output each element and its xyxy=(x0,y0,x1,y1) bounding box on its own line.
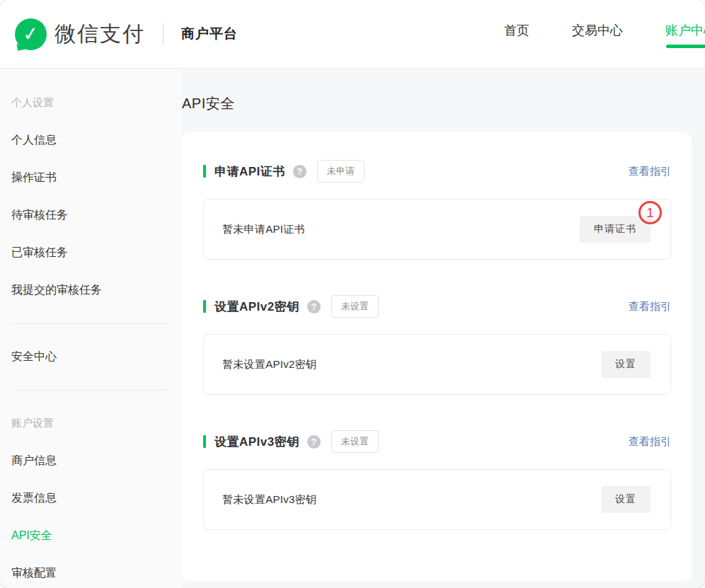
wechat-pay-logo-icon: ✓ xyxy=(15,18,47,50)
active-nav-underline xyxy=(666,45,705,48)
page-body: 个人设置 个人信息 操作证书 待审核任务 已审核任务 我提交的审核任务 安全中心… xyxy=(0,69,705,588)
help-icon[interactable]: ? xyxy=(307,300,321,313)
section-apiv3-key: 设置APIv3密钥 ? 未设置 查看指引 暂未设置APIv3密钥 设置 xyxy=(203,433,671,530)
sidebar-group-personal-settings: 个人设置 xyxy=(11,84,182,122)
view-guide-link[interactable]: 查看指引 xyxy=(629,300,671,313)
sidebar-item-review-config[interactable]: 审核配置 xyxy=(11,555,182,588)
action-wrap: 设置 xyxy=(601,351,650,378)
section-apiv2-key: 设置APIv2密钥 ? 未设置 查看指引 暂未设置APIv2密钥 设置 xyxy=(203,298,671,395)
empty-state-text: 暂未设置APIv2密钥 xyxy=(222,358,316,371)
nav-item-transaction-center[interactable]: 交易中心 xyxy=(572,22,623,39)
brand-name: 微信支付 xyxy=(55,20,145,49)
sidebar-item-security-center[interactable]: 安全中心 xyxy=(11,338,182,376)
section-title: 申请API证书 xyxy=(214,163,285,180)
apiv3-empty-card: 暂未设置APIv3密钥 设置 xyxy=(203,469,671,530)
view-guide-link[interactable]: 查看指引 xyxy=(629,435,671,449)
set-apiv2-key-button[interactable]: 设置 xyxy=(601,351,650,378)
status-badge: 未设置 xyxy=(331,295,379,318)
nav-item-account-center-label: 账户中心 xyxy=(665,23,705,38)
sidebar-item-operation-certificate[interactable]: 操作证书 xyxy=(11,159,182,197)
sidebar-divider xyxy=(11,323,168,324)
help-icon[interactable]: ? xyxy=(293,165,306,178)
status-badge: 未设置 xyxy=(331,430,379,453)
nav-item-home[interactable]: 首页 xyxy=(504,22,529,39)
page-title: API安全 xyxy=(182,94,692,113)
section-api-certificate: 申请API证书 ? 未申请 查看指引 暂未申请API证书 申请证书 1 xyxy=(203,163,671,260)
header-divider xyxy=(163,23,164,45)
top-nav: 首页 交易中心 账户中心 xyxy=(504,22,705,39)
certificate-empty-card: 暂未申请API证书 申请证书 1 xyxy=(203,199,671,260)
sidebar-item-invoice-info[interactable]: 发票信息 xyxy=(11,480,182,517)
empty-state-text: 暂未申请API证书 xyxy=(222,223,305,236)
help-icon[interactable]: ? xyxy=(307,435,321,449)
sidebar-group-account-settings: 账户设置 xyxy=(11,405,182,442)
top-header: ✓ 微信支付 商户平台 首页 交易中心 账户中心 xyxy=(0,0,705,69)
section-accent-bar xyxy=(203,300,206,313)
section-head: 设置APIv2密钥 ? 未设置 查看指引 xyxy=(203,298,671,315)
sidebar-divider xyxy=(11,390,168,391)
empty-state-text: 暂未设置APIv3密钥 xyxy=(222,493,316,507)
set-apiv3-key-button[interactable]: 设置 xyxy=(601,486,650,513)
sidebar-item-personal-info[interactable]: 个人信息 xyxy=(11,122,182,159)
checkmark-icon: ✓ xyxy=(22,23,40,44)
sidebar: 个人设置 个人信息 操作证书 待审核任务 已审核任务 我提交的审核任务 安全中心… xyxy=(0,69,182,588)
portal-name: 商户平台 xyxy=(181,25,238,43)
status-badge: 未申请 xyxy=(317,160,365,183)
sidebar-item-merchant-info[interactable]: 商户信息 xyxy=(11,442,182,480)
section-title: 设置APIv2密钥 xyxy=(214,299,299,315)
api-security-panel: 申请API证书 ? 未申请 查看指引 暂未申请API证书 申请证书 1 xyxy=(182,132,692,581)
section-head: 设置APIv3密钥 ? 未设置 查看指引 xyxy=(203,433,671,450)
section-accent-bar xyxy=(203,165,206,178)
sidebar-item-pending-review-tasks[interactable]: 待审核任务 xyxy=(11,197,182,234)
sidebar-item-api-security[interactable]: API安全 xyxy=(11,517,182,555)
section-head: 申请API证书 ? 未申请 查看指引 xyxy=(203,163,671,180)
main-content: API安全 申请API证书 ? 未申请 查看指引 暂未申请API证书 申请证书 xyxy=(182,69,705,588)
apply-certificate-button[interactable]: 申请证书 xyxy=(580,216,650,243)
action-wrap: 设置 xyxy=(601,486,650,513)
sidebar-item-reviewed-tasks[interactable]: 已审核任务 xyxy=(11,234,182,272)
nav-item-account-center[interactable]: 账户中心 xyxy=(665,22,705,39)
section-accent-bar xyxy=(203,435,206,448)
merchant-platform-window: ✓ 微信支付 商户平台 首页 交易中心 账户中心 个人设置 个人信息 操作证书 … xyxy=(0,0,705,588)
sidebar-item-my-submitted-review-tasks[interactable]: 我提交的审核任务 xyxy=(11,272,182,309)
apiv2-empty-card: 暂未设置APIv2密钥 设置 xyxy=(203,334,671,395)
section-title: 设置APIv3密钥 xyxy=(214,434,299,450)
action-wrap: 申请证书 1 xyxy=(580,216,650,243)
view-guide-link[interactable]: 查看指引 xyxy=(629,165,671,178)
